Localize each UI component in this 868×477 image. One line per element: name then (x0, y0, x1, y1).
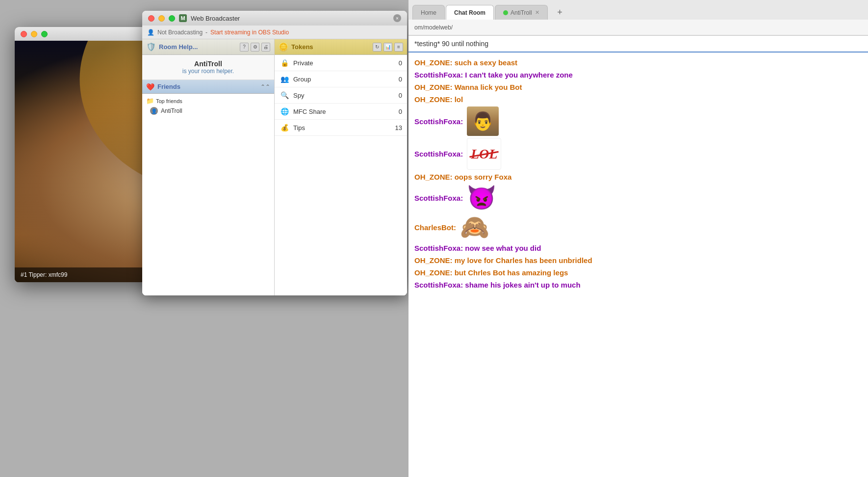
mfcshare-value: 0 (392, 108, 402, 115)
tab-antitroll-label: AntiTroll (511, 9, 532, 16)
friends-header: ❤️ Friends ⌃⌃ (142, 80, 274, 94)
room-help-actions: ? ⚙ 🖨 (240, 43, 270, 52)
broadcaster-close-light[interactable] (148, 15, 154, 22)
chat-face-image: 👨 (467, 106, 499, 136)
browser-tabs: Home Chat Room AntiTroll ✕ + (408, 0, 868, 20)
token-private-item: 🔒 Private 0 (275, 55, 407, 71)
tab-chatroom[interactable]: Chat Room (446, 5, 494, 20)
chat-message: ScottishFoxa: (414, 193, 463, 203)
chat-image-row: ScottishFoxa: 👨 (414, 106, 862, 136)
friends-group: 📁 Top friends 👤 AntiTroll (142, 94, 274, 118)
spy-label: Spy (293, 92, 388, 99)
tokens-label: Tokens (291, 43, 370, 51)
window-close-button[interactable] (21, 31, 27, 37)
not-broadcasting-bar: 👤 Not Broadcasting - Start streaming in … (142, 26, 407, 39)
help-print-button[interactable]: 🖨 (261, 43, 270, 52)
tips-label: Tips (293, 124, 388, 132)
friends-collapse-button[interactable]: ⌃⌃ (260, 83, 270, 90)
antitroll-box: AntiTroll is your room helper. (142, 55, 274, 80)
browser-chrome: Home Chat Room AntiTroll ✕ + om/modelweb… (408, 0, 868, 36)
chat-input-bar[interactable]: *testing* 90 until nothing (408, 36, 868, 53)
broadcaster-min-light[interactable] (158, 15, 165, 22)
spy-value: 0 (392, 92, 402, 99)
chat-message: OH_ZONE: but Chrles Bot has amazing legs (414, 267, 862, 278)
token-mfcshare-item: 🌐 MFC Share 0 (275, 104, 407, 120)
chat-devil-row: ScottishFoxa: 👿 (414, 184, 862, 212)
tab-antitroll-close[interactable]: ✕ (535, 9, 539, 16)
tab-chatroom-label: Chat Room (454, 9, 485, 16)
chat-message: CharlesBot: (414, 222, 456, 233)
help-question-button[interactable]: ? (240, 43, 249, 52)
chat-message: OH_ZONE: my love for Charles has been un… (414, 255, 862, 265)
tokens-stats-button[interactable]: 📊 (383, 43, 392, 52)
broadcaster-window: M Web Broadcaster × 👤 Not Broadcasting -… (142, 11, 407, 295)
friends-list: 📁 Top friends 👤 AntiTroll (142, 94, 274, 295)
browser-address-bar: om/modelweb/ (408, 20, 868, 35)
chat-messages: OH_ZONE: such a sexy beast ScottishFoxa:… (408, 53, 868, 477)
folder-icon: 📁 (146, 97, 154, 105)
group-value: 0 (392, 76, 402, 83)
chat-message: ScottishFoxa: now see what you did (414, 243, 862, 253)
antitroll-sub: is your room helper. (147, 68, 269, 75)
browser-window: Home Chat Room AntiTroll ✕ + om/modelweb… (408, 0, 868, 477)
left-panel: 🛡️ Room Help... ? ⚙ 🖨 AntiTroll is your … (142, 39, 275, 295)
chat-area: *testing* 90 until nothing OH_ZONE: such… (408, 36, 868, 477)
private-icon: 🔒 (280, 58, 289, 68)
desktop: Windowed Projector (Preview) #1 Tipper: … (0, 0, 868, 477)
chat-message: ScottishFoxa: (414, 149, 463, 159)
devil-emoji: 👿 (467, 184, 496, 212)
chat-message: OH_ZONE: Wanna lick you Bot (414, 82, 862, 92)
chat-lol-image: LOL (467, 138, 501, 170)
room-panel: 🛡️ Room Help... ? ⚙ 🖨 AntiTroll is your … (142, 39, 407, 295)
room-help-header: 🛡️ Room Help... ? ⚙ 🖨 (142, 39, 274, 55)
tokens-icon: 🪙 (279, 42, 288, 52)
obs-studio-link[interactable]: Start streaming in OBS Studio (210, 29, 289, 36)
not-broadcasting-label: Not Broadcasting (157, 29, 203, 36)
tab-antitroll[interactable]: AntiTroll ✕ (495, 5, 548, 20)
shield-icon: 🛡️ (146, 42, 156, 52)
help-settings-button[interactable]: ⚙ (251, 43, 259, 52)
tips-value: 13 (392, 124, 402, 132)
tips-icon: 💰 (280, 123, 289, 132)
chat-message: ScottishFoxa: (414, 116, 463, 127)
tab-home-label: Home (421, 9, 436, 16)
chat-message: OH_ZONE: oops sorry Foxa (414, 172, 862, 182)
chat-input-text: *testing* 90 until nothing (414, 40, 488, 48)
address-text[interactable]: om/modelweb/ (414, 24, 453, 31)
new-tab-button[interactable]: + (553, 5, 567, 20)
friends-group-name: Top friends (156, 98, 182, 104)
spy-icon: 🔍 (280, 90, 289, 100)
room-help-label: Room Help... (159, 43, 237, 51)
tokens-menu-button[interactable]: ≡ (394, 43, 403, 52)
chat-message: ScottishFoxa: shame his jokes ain't up t… (414, 280, 862, 290)
chat-message: OH_ZONE: such a sexy beast (414, 57, 862, 68)
tipper-label: #1 Tipper: xmfc99 (21, 271, 67, 278)
friend-item[interactable]: 👤 AntiTroll (146, 106, 270, 116)
tab-home[interactable]: Home (412, 5, 445, 20)
mfcshare-label: MFC Share (293, 108, 388, 115)
token-group-item: 👥 Group 0 (275, 71, 407, 87)
friend-name: AntiTroll (161, 107, 182, 114)
chat-message: ScottishFoxa: I can't take you anywhere … (414, 70, 862, 80)
tokens-list: 🔒 Private 0 👥 Group 0 🔍 Spy 0 (275, 55, 407, 295)
heart-icon: ❤️ (146, 83, 154, 91)
broadcaster-titlebar: M Web Broadcaster × (142, 11, 407, 26)
tokens-refresh-button[interactable]: ↻ (373, 43, 382, 52)
broadcaster-content: 👤 Not Broadcasting - Start streaming in … (142, 26, 407, 295)
token-spy-item: 🔍 Spy 0 (275, 87, 407, 104)
monkey-emoji: 🙈 (460, 213, 489, 241)
friend-avatar: 👤 (150, 107, 158, 115)
chat-lol-row: ScottishFoxa: LOL (414, 138, 862, 170)
chat-message: OH_ZONE: lol (414, 94, 862, 105)
group-label: Group (293, 76, 388, 83)
friends-label: Friends (157, 83, 257, 90)
broadcaster-max-light[interactable] (169, 15, 175, 22)
broadcaster-close-button[interactable]: × (393, 14, 401, 22)
group-icon: 👥 (280, 74, 289, 84)
tokens-header: 🪙 Tokens ↻ 📊 ≡ (275, 39, 407, 55)
token-tips-item: 💰 Tips 13 (275, 120, 407, 136)
broadcast-icon: 👤 (147, 29, 154, 36)
antitroll-status-dot (503, 10, 508, 15)
right-panel: 🪙 Tokens ↻ 📊 ≡ 🔒 Private 0 (275, 39, 407, 295)
tokens-actions: ↻ 📊 ≡ (373, 43, 403, 52)
